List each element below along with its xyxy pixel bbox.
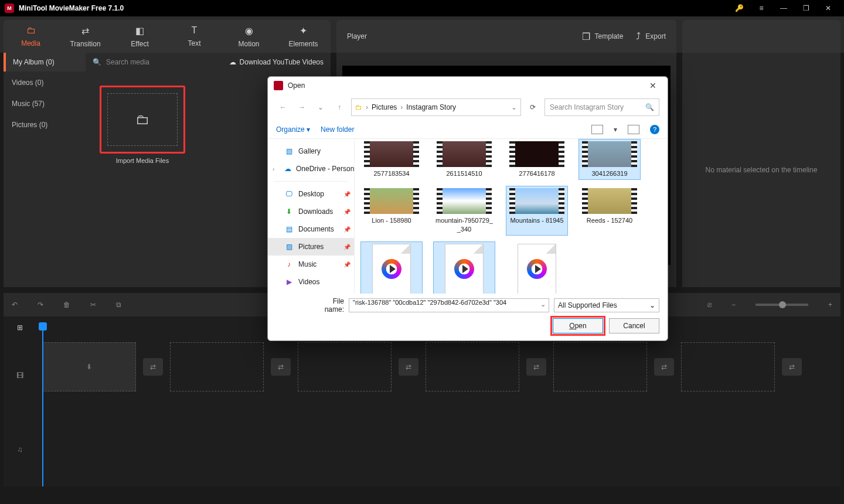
file-item[interactable]: 2611514510	[433, 139, 495, 180]
file-item[interactable]: titanium-170190	[506, 241, 568, 294]
nav-recent-button[interactable]: ⌄	[314, 103, 328, 111]
folder-icon: 🗀	[135, 111, 149, 128]
gallery-icon: ▧	[284, 147, 294, 155]
add-track-button[interactable]: ⊞	[4, 316, 36, 339]
tab-media[interactable]: 🗀Media	[4, 20, 58, 53]
search-media-input[interactable]: 🔍Search media	[86, 58, 222, 66]
video-track[interactable]: ⬇ ⇄ ⇄ ⇄ ⇄ ⇄ ⇄	[36, 339, 840, 395]
dialog-close-button[interactable]: ✕	[644, 81, 662, 90]
delete-button[interactable]: 🗑	[63, 301, 70, 309]
import-label: Import Media Files	[100, 157, 185, 164]
nav-back-button[interactable]: ←	[276, 103, 290, 111]
dialog-search-input[interactable]: Search Instagram Story 🔍	[544, 98, 659, 116]
tree-music[interactable]: ♪Music📌	[268, 256, 354, 273]
nav-forward-button[interactable]: →	[295, 103, 309, 111]
cat-music[interactable]: Music (57)	[12, 100, 77, 108]
tab-elements[interactable]: ✦Elements	[276, 20, 331, 53]
nav-up-button[interactable]: ↑	[332, 103, 346, 111]
folder-tree[interactable]: ▧Gallery ›☁OneDrive - Personal 🖵Desktop📌…	[268, 139, 355, 294]
transition-slot[interactable]: ⇄	[526, 358, 546, 376]
app-title: MiniTool MovieMaker Free 7.1.0	[19, 4, 728, 12]
zoom-in-button[interactable]: +	[828, 301, 832, 309]
titlebar: M MiniTool MovieMaker Free 7.1.0 🔑 ≡ — ❐…	[0, 0, 844, 16]
transition-slot[interactable]: ⇄	[271, 358, 291, 376]
file-item[interactable]: 3041266319	[578, 139, 641, 180]
tree-onedrive[interactable]: ›☁OneDrive - Personal	[268, 160, 354, 178]
audio-icon[interactable]: ⎚	[707, 301, 712, 309]
cat-videos[interactable]: Videos (0)	[12, 79, 77, 87]
key-icon[interactable]: 🔑	[728, 0, 750, 16]
folder-icon: 🗀	[355, 103, 362, 111]
tree-gallery[interactable]: ▧Gallery	[268, 142, 354, 160]
document-icon: ▤	[284, 225, 294, 233]
file-item[interactable]: mountain-7950729__340	[433, 186, 495, 236]
organize-button[interactable]: Organize ▾	[276, 125, 310, 134]
download-icon: ⬇	[284, 207, 294, 216]
videos-icon: ▶	[284, 278, 294, 286]
maximize-button[interactable]: ❐	[795, 0, 817, 16]
file-list[interactable]: 2577183534 2611514510 2776416178 3041266…	[355, 139, 668, 294]
file-type-filter[interactable]: All Supported Files⌄	[554, 298, 659, 312]
file-item[interactable]: 2577183534	[360, 139, 423, 180]
new-folder-button[interactable]: New folder	[321, 125, 354, 134]
playhead[interactable]	[42, 329, 43, 486]
file-item[interactable]: risk-136788	[433, 241, 495, 294]
transition-slot[interactable]: ⇄	[399, 358, 418, 376]
tree-desktop[interactable]: 🖵Desktop📌	[268, 185, 354, 203]
tab-effect[interactable]: ◧Effect	[113, 20, 167, 53]
clip-slot[interactable]	[170, 342, 264, 391]
import-media-button[interactable]: 🗀	[107, 93, 178, 146]
file-item[interactable]: Lion - 158980	[360, 186, 423, 236]
chevron-down-icon[interactable]: ⌄	[511, 103, 517, 111]
chevron-down-icon[interactable]: ▾	[614, 125, 617, 134]
menu-icon[interactable]: ≡	[750, 0, 772, 16]
crop-button[interactable]: ⧉	[116, 301, 121, 309]
minimize-button[interactable]: —	[772, 0, 795, 16]
undo-button[interactable]: ↶	[12, 301, 18, 309]
zoom-slider[interactable]	[755, 304, 808, 306]
open-button[interactable]: Open	[553, 318, 603, 333]
tree-documents[interactable]: ▤Documents📌	[268, 220, 354, 238]
audio-track[interactable]	[36, 395, 840, 451]
clip-slot[interactable]	[553, 342, 647, 391]
dialog-app-icon	[274, 81, 283, 90]
download-youtube-button[interactable]: ☁Download YouTube Videos	[222, 58, 331, 66]
file-item[interactable]: Mountains - 81945	[506, 186, 568, 236]
export-button[interactable]: ⤴Export	[636, 31, 666, 42]
clip-slot[interactable]	[681, 342, 775, 391]
album-tab[interactable]: My Album (0)	[6, 53, 86, 71]
tab-motion[interactable]: ◉Motion	[222, 20, 276, 53]
cat-pictures[interactable]: Pictures (0)	[12, 121, 77, 129]
desktop-icon: 🖵	[284, 190, 294, 198]
close-button[interactable]: ✕	[817, 0, 839, 16]
cloud-icon: ☁	[229, 58, 236, 66]
view-mode-button[interactable]	[591, 125, 603, 134]
file-item[interactable]: relaxing-145038	[360, 241, 423, 294]
split-button[interactable]: ✂	[90, 301, 96, 309]
clip-slot[interactable]	[298, 342, 392, 391]
tree-downloads[interactable]: ⬇Downloads📌	[268, 203, 354, 220]
file-item[interactable]: Reeds - 152740	[578, 186, 641, 236]
tab-text[interactable]: TText	[167, 20, 222, 53]
transition-slot[interactable]: ⇄	[143, 358, 163, 376]
onedrive-icon: ☁	[284, 165, 291, 173]
cancel-button[interactable]: Cancel	[609, 318, 659, 333]
clip-slot[interactable]: ⬇	[42, 342, 136, 391]
folder-icon: 🗀	[26, 25, 36, 36]
transition-slot[interactable]: ⇄	[782, 358, 802, 376]
tree-pictures[interactable]: ▨Pictures📌	[268, 238, 354, 256]
help-icon[interactable]: ?	[650, 125, 659, 134]
preview-pane-button[interactable]	[628, 125, 639, 134]
breadcrumb[interactable]: 🗀 › Pictures › Instagram Story ⌄	[351, 98, 521, 116]
refresh-button[interactable]: ⟳	[526, 103, 540, 111]
transition-slot[interactable]: ⇄	[654, 358, 674, 376]
tree-videos[interactable]: ▶Videos	[268, 273, 354, 291]
clip-slot[interactable]	[426, 342, 519, 391]
template-button[interactable]: ❒Template	[582, 31, 624, 42]
redo-button[interactable]: ↷	[38, 301, 43, 309]
audio-track-icon: ♫	[4, 413, 36, 486]
tab-transition[interactable]: ⇄Transition	[58, 20, 113, 53]
zoom-out-button[interactable]: −	[731, 301, 736, 309]
file-name-input[interactable]: "risk-136788" "00cdba12" "297bd842-6d702…	[349, 298, 549, 312]
file-item[interactable]: 2776416178	[506, 139, 568, 180]
